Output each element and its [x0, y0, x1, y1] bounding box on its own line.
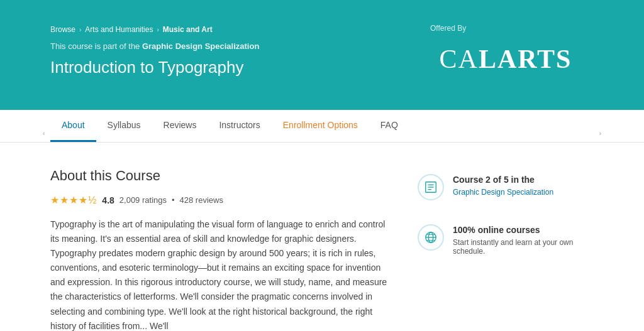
tab-about-link[interactable]: About	[50, 110, 96, 142]
rating-value: 4.8	[102, 195, 114, 205]
globe-icon	[418, 224, 444, 251]
sidebar-card-online: 100% online courses Start instantly and …	[418, 218, 594, 256]
calarts-logo: CaLARTS	[427, 38, 585, 80]
tab-syllabus[interactable]: Syllabus	[96, 110, 152, 142]
tab-reviews[interactable]: Reviews	[152, 110, 208, 142]
scroll-left-arrow[interactable]: ‹	[43, 130, 45, 137]
breadcrumb: Browse › Arts and Humanities › Music and…	[50, 25, 418, 34]
tab-syllabus-link[interactable]: Syllabus	[96, 110, 152, 142]
sidebar-online-text: 100% online courses Start instantly and …	[453, 224, 594, 256]
nav-tabs: About Syllabus Reviews Instructors Enrol…	[50, 110, 594, 142]
sidebar-series-title: Course 2 of 5 in the	[453, 174, 553, 187]
breadcrumb-chevron-1: ›	[79, 26, 81, 33]
content-left: About this Course ★★★★½ 4.8 2,009 rating…	[50, 168, 392, 331]
nav-bar: About Syllabus Reviews Instructors Enrol…	[0, 110, 644, 143]
breadcrumb-arts[interactable]: Arts and Humanities	[85, 25, 153, 34]
specialization-link[interactable]: Graphic Design Specialization	[142, 41, 259, 51]
rating-row: ★★★★½ 4.8 2,009 ratings • 428 reviews	[50, 194, 392, 206]
offered-by-label: Offered By	[430, 24, 466, 33]
hero-right: Offered By CaLARTS	[418, 24, 594, 80]
star-rating: ★★★★½	[50, 194, 97, 206]
tab-about[interactable]: About	[50, 110, 96, 142]
rating-count: 2,009 ratings	[119, 195, 167, 205]
tab-enrollment[interactable]: Enrollment Options	[272, 110, 369, 142]
specialization-line: This course is part of the Graphic Desig…	[50, 41, 418, 51]
tab-faq[interactable]: FAQ	[369, 110, 409, 142]
sidebar-series-subtitle[interactable]: Graphic Design Specialization	[453, 188, 553, 197]
main-content: About this Course ★★★★½ 4.8 2,009 rating…	[0, 143, 644, 331]
tab-reviews-link[interactable]: Reviews	[152, 110, 208, 142]
book-icon	[418, 174, 444, 200]
tab-instructors-link[interactable]: Instructors	[208, 110, 271, 142]
about-title: About this Course	[50, 168, 392, 184]
sidebar-online-title: 100% online courses	[453, 224, 594, 237]
tab-faq-link[interactable]: FAQ	[369, 110, 409, 142]
sidebar-card-series: Course 2 of 5 in the Graphic Design Spec…	[418, 168, 594, 200]
course-title: Introduction to Typography	[50, 57, 418, 79]
breadcrumb-browse[interactable]: Browse	[50, 25, 75, 34]
rating-separator: •	[172, 195, 175, 205]
rating-reviews: 428 reviews	[180, 195, 223, 205]
tab-instructors[interactable]: Instructors	[208, 110, 271, 142]
globe-svg	[424, 231, 438, 244]
sidebar-online-subtitle: Start instantly and learn at your own sc…	[453, 238, 594, 256]
content-right: Course 2 of 5 in the Graphic Design Spec…	[418, 168, 594, 331]
book-svg	[424, 180, 438, 194]
scroll-right-arrow[interactable]: ›	[599, 130, 601, 137]
course-description: Typography is the art of manipulating th…	[50, 217, 392, 331]
breadcrumb-chevron-2: ›	[157, 26, 158, 33]
tab-enrollment-link[interactable]: Enrollment Options	[272, 110, 369, 142]
hero-section: Browse › Arts and Humanities › Music and…	[0, 0, 644, 110]
hero-left: Browse › Arts and Humanities › Music and…	[50, 25, 418, 79]
breadcrumb-current: Music and Art	[163, 25, 213, 34]
sidebar-series-text: Course 2 of 5 in the Graphic Design Spec…	[453, 174, 553, 197]
